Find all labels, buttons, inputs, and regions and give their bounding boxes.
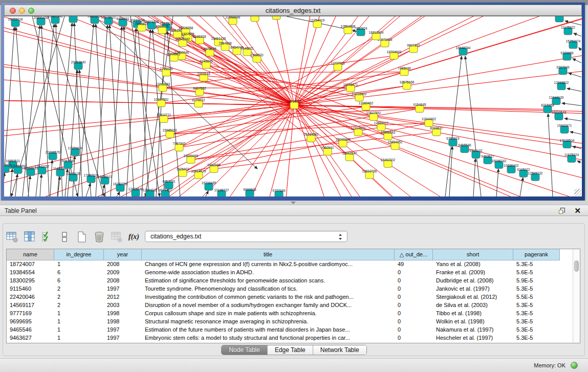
table-cell[interactable]: 9465546 [7, 326, 54, 334]
function-builder-button[interactable]: f(x) [127, 230, 141, 244]
table-cell[interactable]: Wolkin et al. (1998) [433, 318, 513, 326]
table-cell[interactable]: 9463627 [7, 334, 54, 342]
table-cell[interactable]: 2003 [104, 301, 142, 310]
table-cell[interactable]: Tibbo et al. (1998) [433, 310, 513, 318]
table-cell[interactable]: 5.3E-5 [513, 260, 560, 269]
tab-node-table[interactable]: Node Table [222, 345, 268, 355]
column-header-title[interactable]: title [142, 249, 395, 260]
row-height-button[interactable] [57, 230, 71, 244]
float-panel-icon[interactable] [559, 208, 565, 214]
table-cell[interactable]: Investigating the contribution of common… [142, 293, 395, 301]
column-header-in_degree[interactable]: in_degree [54, 249, 104, 260]
table-cell[interactable]: Hescheler et al. (1997) [433, 334, 513, 342]
table-cell[interactable]: 0 [395, 326, 433, 334]
network-window[interactable]: citations_edges.txt 16055718208914061048… [1, 3, 585, 201]
table-cell[interactable]: 1 [54, 318, 104, 326]
table-cell[interactable]: 0 [395, 285, 433, 293]
table-cell[interactable]: 6 [54, 269, 104, 277]
close-panel-icon[interactable]: ✕ [574, 206, 581, 215]
network-canvas[interactable]: 1605571820891406104873452064359610853257… [4, 16, 582, 196]
table-cell[interactable]: 19384554 [7, 269, 54, 277]
network-node[interactable] [272, 16, 280, 19]
table-cell[interactable]: 1 [54, 334, 104, 342]
table-cell[interactable]: Estimation of the future numbers of pati… [142, 326, 395, 334]
table-row[interactable]: 1938455462009Genome-wide association stu… [7, 269, 580, 277]
column-header-pagerank[interactable]: pagerank [513, 249, 560, 260]
table-cell[interactable]: Jankovic et al. (1997) [433, 285, 513, 293]
table-cell[interactable]: 1998 [104, 310, 142, 318]
network-window-titlebar[interactable]: citations_edges.txt [4, 5, 582, 16]
table-cell[interactable]: Estimation of significance thresholds fo… [142, 277, 395, 285]
column-header-short[interactable]: short [433, 249, 513, 260]
table-cell[interactable]: 5.3E-5 [513, 285, 560, 293]
table-cell[interactable]: 6 [54, 277, 104, 285]
table-row[interactable]: 946554611997Estimation of the future num… [7, 326, 580, 334]
table-cell[interactable]: 22420046 [7, 293, 54, 301]
table-cell[interactable]: 14569117 [7, 301, 54, 310]
resize-grip-icon[interactable] [574, 189, 581, 196]
table-cell[interactable]: 9699695 [7, 318, 54, 326]
table-cell[interactable]: Embryonic stem cells: a model to study s… [142, 334, 395, 342]
table-cell[interactable]: 1998 [104, 318, 142, 326]
table-cell[interactable]: Tourette syndrome. Phenomenology and cla… [142, 285, 395, 293]
splitter-handle-icon[interactable] [291, 202, 296, 204]
select-rows-button[interactable] [40, 230, 54, 244]
table-cell[interactable]: 2012 [104, 293, 142, 301]
table-cell[interactable]: Structural magnetic resonance image aver… [142, 318, 395, 326]
table-cell[interactable]: 2 [54, 285, 104, 293]
table-cell[interactable]: 1 [54, 326, 104, 334]
table-row[interactable]: 1872400712008Changes of HCN gene express… [7, 260, 580, 269]
table-cell[interactable]: 5.9E-5 [513, 277, 560, 285]
table-cell[interactable]: 2 [54, 301, 104, 310]
table-cell[interactable]: 5.3E-5 [513, 301, 560, 310]
table-cell[interactable]: 9777169 [7, 310, 54, 318]
delete-table-button[interactable] [110, 230, 123, 244]
table-cell[interactable]: Franke et al. (2009) [433, 269, 513, 277]
table-row[interactable]: 1830029562008Estimation of significance … [7, 277, 580, 285]
table-row[interactable]: 946362711997Embryonic stem cells: a mode… [7, 334, 580, 342]
table-cell[interactable]: 0 [395, 293, 433, 301]
table-cell[interactable]: 0 [395, 310, 433, 318]
table-cell[interactable]: Changes of HCN gene expression and I(f) … [142, 260, 395, 269]
table-cell[interactable]: 1997 [104, 326, 142, 334]
table-cell[interactable]: 5.3E-5 [513, 310, 560, 318]
create-column-button[interactable] [75, 230, 89, 244]
network-node[interactable] [69, 16, 77, 23]
table-row[interactable]: 969969511998Structural magnetic resonanc… [7, 318, 580, 326]
table-cell[interactable]: de Silva et al. (2003) [433, 301, 513, 310]
table-cell[interactable]: 5.5E-5 [513, 293, 560, 301]
network-node[interactable] [251, 16, 259, 21]
table-selector-combobox[interactable]: citations_edges.txt [145, 231, 347, 242]
table-cell[interactable]: 2009 [104, 269, 142, 277]
table-cell[interactable]: 0 [395, 301, 433, 310]
vertical-scrollbar[interactable] [573, 249, 580, 343]
table-cell[interactable]: 1 [54, 310, 104, 318]
table-cell[interactable]: 9115460 [7, 285, 54, 293]
table-cell[interactable]: 0 [395, 318, 433, 326]
table-row[interactable]: 911546021997Tourette syndrome. Phenomeno… [7, 285, 580, 293]
table-cell[interactable]: Stergiakouli et al. (2012) [433, 293, 513, 301]
table-cell[interactable]: 2 [54, 293, 104, 301]
table-cell[interactable]: 0 [395, 277, 433, 285]
tab-edge-table[interactable]: Edge Table [268, 345, 313, 355]
show-columns-button[interactable] [23, 230, 36, 244]
panel-splitter[interactable] [0, 201, 588, 205]
table-cell[interactable]: 1997 [104, 334, 142, 342]
table-row[interactable]: 1456911722003Disruption of a novel membe… [7, 301, 580, 310]
table-mode-button[interactable] [5, 230, 19, 244]
table-row[interactable]: 977716911998Corpus callosum shape and si… [7, 310, 580, 318]
table-cell[interactable]: 49 [395, 260, 433, 269]
table-cell[interactable]: Nakamura et al. (1997) [433, 326, 513, 334]
table-cell[interactable]: 18724007 [7, 260, 54, 269]
scrollbar-thumb[interactable] [574, 260, 579, 272]
network-node[interactable] [555, 16, 563, 22]
table-cell[interactable]: 5.3E-5 [513, 318, 560, 326]
table-cell[interactable]: 2008 [104, 260, 142, 269]
table-cell[interactable]: 5.3E-5 [513, 334, 560, 342]
table-cell[interactable]: Disruption of a novel member of a sodium… [142, 301, 395, 310]
table-cell[interactable]: 0 [395, 334, 433, 342]
table-cell[interactable]: 1997 [104, 285, 142, 293]
table-cell[interactable]: 0 [395, 269, 433, 277]
tab-network-table[interactable]: Network Table [313, 345, 366, 355]
column-header-name[interactable]: name [7, 249, 54, 260]
